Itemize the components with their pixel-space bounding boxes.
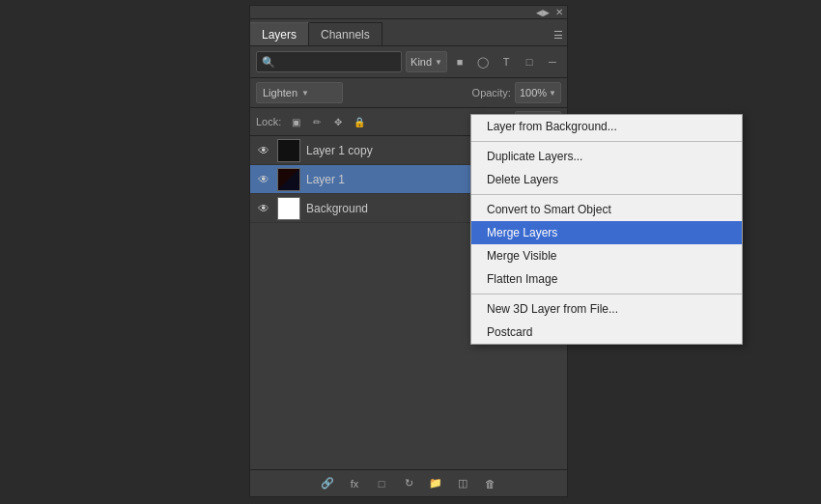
collapse-icon[interactable]: ◀▶ — [536, 8, 550, 17]
menu-item-merge-visible[interactable]: Merge Visible — [471, 244, 742, 267]
fx-button[interactable]: fx — [346, 475, 363, 492]
layer-thumbnail — [277, 139, 300, 162]
menu-separator — [471, 141, 742, 142]
tab-channels[interactable]: Channels — [309, 22, 382, 45]
context-menu: Layer from Background...Duplicate Layers… — [470, 114, 743, 345]
menu-item-convert-smart[interactable]: Convert to Smart Object — [471, 198, 742, 221]
layer-name: Layer 1 copy — [306, 144, 373, 157]
delete-layer-button[interactable]: 🗑 — [481, 475, 498, 492]
menu-item-postcard[interactable]: Postcard — [471, 321, 742, 344]
layer-name: Layer 1 — [306, 173, 345, 186]
menu-separator — [471, 294, 742, 294]
search-box[interactable]: 🔍 — [256, 51, 402, 72]
lock-move-icon[interactable]: ✥ — [329, 113, 347, 130]
layer-thumbnail — [277, 168, 300, 191]
kind-chevron: ▼ — [435, 58, 442, 67]
menu-item-duplicate-layers[interactable]: Duplicate Layers... — [471, 145, 742, 168]
link-layers-button[interactable]: 🔗 — [319, 475, 336, 492]
lock-icons: ▣ ✏ ✥ 🔒 — [287, 113, 368, 130]
search-row: 🔍 Kind ▼ ■ ◯ T □ ─ — [250, 46, 567, 78]
menu-separator — [471, 194, 742, 195]
lock-label: Lock: — [256, 116, 281, 127]
tab-bar: Layers Channels ☰ — [250, 19, 567, 46]
menu-item-layer-from-bg[interactable]: Layer from Background... — [471, 115, 742, 138]
close-icon[interactable]: ✕ — [555, 7, 563, 17]
menu-item-delete-layers[interactable]: Delete Layers — [471, 168, 742, 191]
kind-select[interactable]: Kind ▼ — [406, 51, 447, 72]
menu-item-new-3d-layer[interactable]: New 3D Layer from File... — [471, 297, 742, 321]
panel-menu-icon[interactable]: ☰ — [553, 29, 563, 45]
lock-transparent-icon[interactable]: ▣ — [287, 113, 304, 130]
visibility-icon[interactable]: 👁 — [256, 172, 271, 187]
layer-name: Background — [306, 202, 368, 215]
add-mask-button[interactable]: □ — [373, 475, 390, 492]
visibility-icon[interactable]: 👁 — [256, 143, 271, 158]
filter-shape-icon[interactable]: □ — [521, 53, 538, 70]
adjustment-button[interactable]: ↻ — [400, 475, 417, 492]
layer-thumbnail — [277, 197, 300, 220]
lock-paint-icon[interactable]: ✏ — [308, 113, 326, 130]
filter-pixel-icon[interactable]: ■ — [451, 53, 468, 70]
blend-chevron: ▼ — [301, 89, 309, 98]
blend-row: Lighten ▼ Opacity: 100% ▼ — [250, 78, 567, 108]
opacity-label: Opacity: — [472, 87, 511, 98]
filter-adjust-icon[interactable]: ◯ — [474, 53, 492, 70]
visibility-icon[interactable]: 👁 — [256, 201, 271, 216]
opacity-group: Opacity: 100% ▼ — [472, 82, 561, 103]
tab-layers[interactable]: Layers — [250, 22, 309, 45]
lock-all-icon[interactable]: 🔒 — [351, 113, 368, 130]
opacity-input[interactable]: 100% ▼ — [515, 82, 561, 103]
blend-mode-select[interactable]: Lighten ▼ — [256, 82, 343, 103]
bottom-toolbar: 🔗 fx □ ↻ 📁 ◫ 🗑 — [250, 469, 567, 496]
opacity-chevron: ▼ — [549, 89, 556, 98]
filter-text-icon[interactable]: T — [497, 53, 515, 70]
menu-item-merge-layers[interactable]: Merge Layers — [471, 221, 742, 244]
new-layer-button[interactable]: ◫ — [454, 475, 471, 492]
filter-icons: ■ ◯ T □ ─ — [451, 53, 561, 70]
filter-smart-icon[interactable]: ─ — [544, 53, 561, 70]
group-button[interactable]: 📁 — [427, 475, 444, 492]
menu-item-flatten-image[interactable]: Flatten Image — [471, 267, 742, 291]
search-icon: 🔍 — [262, 56, 275, 69]
